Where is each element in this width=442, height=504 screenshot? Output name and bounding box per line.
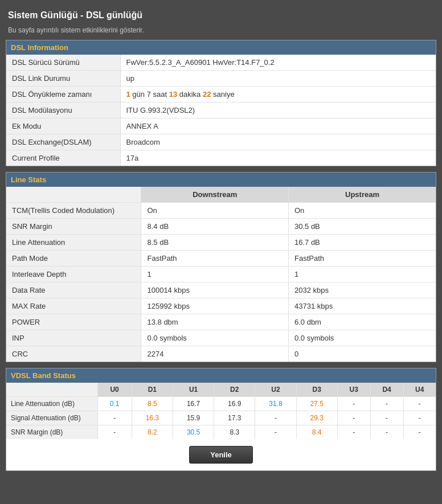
refresh-btn-row: Yenile xyxy=(6,439,436,470)
max-rate-upstream: 43731 kbps xyxy=(288,298,436,314)
band-cell: 0.1 xyxy=(97,397,132,411)
path-mode-label: Path Mode xyxy=(6,251,141,267)
page-title: Sistem Günlüğü - DSL günlüğü xyxy=(6,6,436,24)
line-atten-upstream: 16.7 dB xyxy=(288,235,436,251)
uptime-hours-text: saat xyxy=(151,90,169,99)
line-atten-downstream: 8.5 dB xyxy=(141,235,289,251)
dsl-info-header: DSL Information xyxy=(6,40,436,55)
band-snr-label: SNR Margin (dB) xyxy=(6,425,97,440)
crc-label: CRC xyxy=(6,346,141,362)
band-cell: - xyxy=(370,397,403,411)
inp-downstream: 0.0 symbols xyxy=(141,330,289,346)
band-row-snr: SNR Margin (dB) - 8.2 30.5 8.3 - 8.4 - -… xyxy=(6,425,436,440)
band-cell: 8.3 xyxy=(214,425,255,440)
band-cell: - xyxy=(370,411,403,425)
line-stats-section: Line Stats Downstream Upstream TCM(Trell… xyxy=(6,172,436,362)
band-cell: - xyxy=(337,397,370,411)
max-rate-label: MAX Rate xyxy=(6,298,141,314)
dsl-link-label: DSL Link Durumu xyxy=(6,71,120,87)
line-atten-label: Line Attenuation xyxy=(6,235,141,251)
band-cell: - xyxy=(97,425,132,440)
crc-downstream: 2274 xyxy=(141,346,289,362)
table-row: SNR Margin 8.4 dB 30.5 dB xyxy=(6,219,436,235)
vdsl-band-header: VDSL Band Status xyxy=(6,368,436,383)
table-row: DSL Sürücü Sürümü FwVer:5.5.2.3_A_A60901… xyxy=(6,55,436,71)
band-col-U0: U0 xyxy=(97,383,132,397)
dsl-uptime-label: DSL Önyükleme zamanı xyxy=(6,87,120,103)
table-row: Current Profile 17a xyxy=(6,150,436,166)
band-cell: 16.7 xyxy=(173,397,214,411)
tcm-upstream: On xyxy=(288,203,436,219)
tcm-downstream: On xyxy=(141,203,289,219)
uptime-min-text: dakika xyxy=(177,90,203,99)
uptime-min-val: 13 xyxy=(169,90,177,99)
table-row: Interleave Depth 1 1 xyxy=(6,267,436,282)
uptime-sec-text: saniye xyxy=(211,90,234,99)
interleave-upstream: 1 xyxy=(288,267,436,282)
band-col-D4: D4 xyxy=(370,383,403,397)
table-row: DSL Önyükleme zamanı 1 gün 7 saat 13 dak… xyxy=(6,87,436,103)
data-rate-upstream: 2032 kbps xyxy=(288,282,436,298)
dsl-driver-label: DSL Sürücü Sürümü xyxy=(6,55,120,71)
snr-margin-upstream: 30.5 dB xyxy=(288,219,436,235)
current-profile-value: 17a xyxy=(120,150,436,166)
table-row: Line Attenuation 8.5 dB 16.7 dB xyxy=(6,235,436,251)
path-mode-downstream: FastPath xyxy=(141,251,289,267)
snr-margin-label: SNR Margin xyxy=(6,219,141,235)
path-mode-upstream: FastPath xyxy=(288,251,436,267)
table-row: MAX Rate 125992 kbps 43731 kbps xyxy=(6,298,436,314)
band-cell: - xyxy=(337,425,370,440)
band-col-U2: U2 xyxy=(255,383,296,397)
band-cell: - xyxy=(403,397,436,411)
inp-upstream: 0.0 symbols xyxy=(288,330,436,346)
table-row: POWER 13.8 dbm 6.0 dbm xyxy=(6,314,436,330)
band-row-line-atten: Line Attenuation (dB) 0.1 8.5 16.7 16.9 … xyxy=(6,397,436,411)
band-col-U4: U4 xyxy=(403,383,436,397)
uptime-hours-val: 7 xyxy=(147,90,151,99)
band-col-D1: D1 xyxy=(132,383,173,397)
current-profile-label: Current Profile xyxy=(6,150,120,166)
band-col-U1: U1 xyxy=(173,383,214,397)
table-row: DSL Modülasyonu ITU G.993.2(VDSL2) xyxy=(6,103,436,118)
power-label: POWER xyxy=(6,314,141,330)
data-rate-downstream: 100014 kbps xyxy=(141,282,289,298)
band-cell: 29.3 xyxy=(296,411,337,425)
band-cell: - xyxy=(97,411,132,425)
table-row: DSL Link Durumu up xyxy=(6,71,436,87)
dsl-exchange-value: Broadcom xyxy=(120,134,436,150)
uptime-sec-val: 22 xyxy=(203,90,211,99)
band-cell: - xyxy=(403,411,436,425)
band-cell: 8.5 xyxy=(132,397,173,411)
stats-header-row: Downstream Upstream xyxy=(6,187,436,203)
band-row-signal-atten: Signal Attenuation (dB) - 16.3 15.9 17.3… xyxy=(6,411,436,425)
band-line-atten-label: Line Attenuation (dB) xyxy=(6,397,97,411)
inp-label: INP xyxy=(6,330,141,346)
dsl-modulation-value: ITU G.993.2(VDSL2) xyxy=(120,103,436,118)
table-row: DSL Exchange(DSLAM) Broadcom xyxy=(6,134,436,150)
band-cell: 8.4 xyxy=(296,425,337,440)
uptime-days-text: gün xyxy=(130,90,147,99)
page-subtitle: Bu sayfa ayrıntılı sistem etkinliklerini… xyxy=(6,24,436,40)
vdsl-band-table: U0 D1 U1 D2 U2 D3 U3 D4 U4 Line Attenuat… xyxy=(6,383,436,439)
tcm-label: TCM(Trellis Coded Modulation) xyxy=(6,203,141,219)
snr-margin-downstream: 8.4 dB xyxy=(141,219,289,235)
dsl-uptime-value: 1 gün 7 saat 13 dakika 22 saniye xyxy=(120,87,436,103)
dsl-info-table: DSL Sürücü Sürümü FwVer:5.5.2.3_A_A60901… xyxy=(6,55,436,166)
band-cell: - xyxy=(370,425,403,440)
table-row: CRC 2274 0 xyxy=(6,346,436,362)
interleave-label: Interleave Depth xyxy=(6,267,141,282)
dsl-annex-value: ANNEX A xyxy=(120,118,436,134)
crc-upstream: 0 xyxy=(288,346,436,362)
dsl-information-section: DSL Information DSL Sürücü Sürümü FwVer:… xyxy=(6,40,436,166)
band-col-label xyxy=(6,383,97,397)
band-cell: 30.5 xyxy=(173,425,214,440)
band-cell: 15.9 xyxy=(173,411,214,425)
refresh-button[interactable]: Yenile xyxy=(189,446,253,464)
band-cell: - xyxy=(403,425,436,440)
data-rate-label: Data Rate xyxy=(6,282,141,298)
table-row: Path Mode FastPath FastPath xyxy=(6,251,436,267)
band-signal-atten-label: Signal Attenuation (dB) xyxy=(6,411,97,425)
table-row: INP 0.0 symbols 0.0 symbols xyxy=(6,330,436,346)
dsl-link-value: up xyxy=(120,71,436,87)
table-row: Ek Modu ANNEX A xyxy=(6,118,436,134)
